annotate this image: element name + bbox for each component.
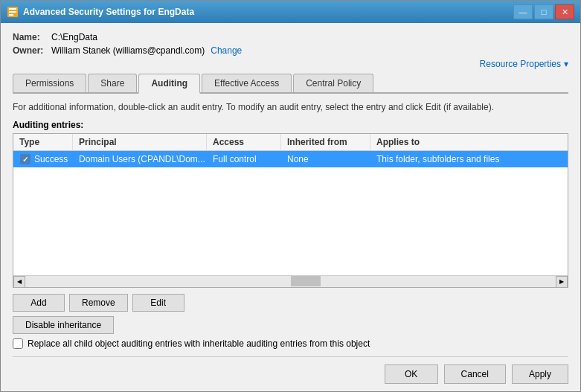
name-row: Name: C:\EngData [13,32,568,42]
tab-permissions[interactable]: Permissions [13,74,86,92]
scroll-left-button[interactable]: ◀ [13,276,25,288]
dialog-buttons: OK Cancel Apply [13,356,568,384]
scroll-track[interactable] [25,276,556,287]
table-body: ✓ Success Domain Users (CPANDL\Dom... Fu… [13,151,568,275]
scroll-thumb[interactable] [291,276,321,286]
cell-principal: Domain Users (CPANDL\Dom... [73,152,207,167]
cancel-button[interactable]: Cancel [444,364,506,384]
title-bar-controls: — □ ✕ [513,4,574,19]
resource-props-row: Resource Properties ▾ [13,59,568,69]
tabs-row: Permissions Share Auditing Effective Acc… [13,74,568,94]
scroll-right-button[interactable]: ▶ [556,276,568,288]
horizontal-scrollbar[interactable]: ◀ ▶ [13,275,568,287]
auditing-entries-table: Type Principal Access Inherited from App… [13,133,568,288]
owner-label: Owner: [13,45,51,56]
close-button[interactable]: ✕ [555,4,574,19]
owner-value: William Stanek (williams@cpandl.com) [51,45,205,56]
cell-access: Full control [207,152,281,167]
name-value: C:\EngData [51,32,97,42]
entries-label: Auditing entries: [13,120,568,130]
col-access: Access [207,134,281,150]
table-row[interactable]: ✓ Success Domain Users (CPANDL\Dom... Fu… [13,151,568,167]
audit-success-icon: ✓ [19,153,31,165]
svg-rect-1 [9,8,16,10]
replace-entries-checkbox[interactable] [13,338,23,349]
entry-buttons-row: Add Remove Edit [13,294,568,312]
title-bar-left: Advanced Security Settings for EngData [7,6,194,18]
tab-share[interactable]: Share [88,74,137,92]
tab-central-policy[interactable]: Central Policy [293,74,373,92]
edit-button[interactable]: Edit [132,294,184,312]
svg-rect-3 [9,14,13,16]
ok-button[interactable]: OK [385,364,438,384]
svg-text:✓: ✓ [22,155,28,164]
apply-button[interactable]: Apply [512,364,568,384]
col-inherited-from: Inherited from [281,134,370,150]
owner-row: Owner: William Stanek (williams@cpandl.c… [13,45,568,56]
disable-inheritance-button[interactable]: Disable inheritance [13,316,114,334]
dialog-content: Name: C:\EngData Owner: William Stanek (… [1,23,580,391]
maximize-button[interactable]: □ [534,4,553,19]
table-header: Type Principal Access Inherited from App… [13,134,568,151]
cell-inherited-from: None [281,152,370,167]
remove-button[interactable]: Remove [69,294,128,312]
cell-type: ✓ Success [13,151,73,167]
inheritance-row: Disable inheritance [13,316,568,334]
chevron-down-icon: ▾ [564,59,568,69]
svg-rect-2 [9,11,16,13]
add-button[interactable]: Add [13,294,65,312]
name-label: Name: [13,32,51,42]
resource-properties-link[interactable]: Resource Properties ▾ [480,59,568,69]
col-applies-to: Applies to [370,134,568,150]
change-link[interactable]: Change [211,45,242,56]
tab-auditing[interactable]: Auditing [138,74,200,94]
title-bar-title: Advanced Security Settings for EngData [23,7,194,17]
cell-applies-to: This folder, subfolders and files [370,152,568,167]
resource-properties-label: Resource Properties [480,59,561,69]
tab-effective-access[interactable]: Effective Access [202,74,292,92]
col-type: Type [13,134,73,150]
window-icon [7,6,19,18]
minimize-button[interactable]: — [513,4,533,19]
title-bar: Advanced Security Settings for EngData —… [1,1,580,23]
col-principal: Principal [73,134,207,150]
main-window: Advanced Security Settings for EngData —… [0,0,581,392]
description-text: For additional information, double-click… [13,101,568,114]
replace-checkbox-row: Replace all child object auditing entrie… [13,338,568,349]
replace-entries-label: Replace all child object auditing entrie… [28,338,370,349]
